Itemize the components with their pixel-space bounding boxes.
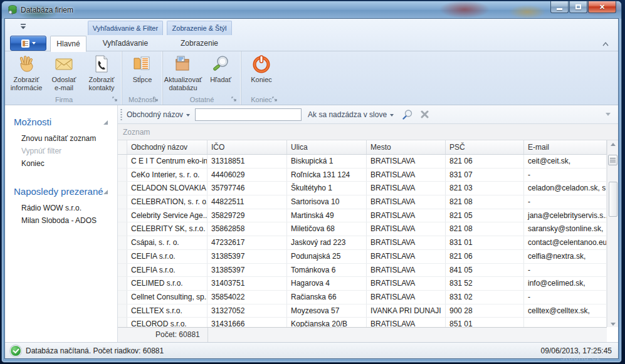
column-header[interactable]: Ulica bbox=[287, 140, 367, 154]
table-cell: 31318851 bbox=[207, 155, 287, 168]
dialog-launcher-icon[interactable] bbox=[112, 96, 118, 103]
row-indicator bbox=[118, 304, 127, 318]
table-row[interactable]: CELEBRITY SK, s.r.o.35862858Miletičova 6… bbox=[118, 222, 607, 236]
table-cell: IVANKA PRI DUNAJI bbox=[367, 304, 446, 318]
table-row[interactable]: Cellnet Consulting, sp...35854022Račians… bbox=[118, 291, 607, 304]
filter-field-dropdown[interactable]: Obchodný názov bbox=[127, 110, 190, 119]
client-area: Vyhľadávanie & Filter Zobrazenie & Štýl … bbox=[5, 19, 618, 358]
table-row[interactable]: C E I T Centrum eko-in...31318851Biskupi… bbox=[118, 155, 607, 169]
table-row[interactable]: CELLTEX s.r.o.31327052Moyzesova 57IVANKA… bbox=[118, 304, 607, 318]
table-row[interactable]: CELEBRATION, s. r. o.44822511Sartorisova… bbox=[118, 195, 607, 209]
column-header[interactable]: PSČ bbox=[446, 140, 524, 154]
send-email-label: Odoslať e-mail bbox=[52, 76, 76, 91]
maximize-button[interactable] bbox=[569, 1, 587, 13]
tab-zobrazenie[interactable]: Zobrazenie bbox=[167, 35, 232, 51]
table-cell: jana@celebrityservis.s... bbox=[524, 209, 607, 222]
application-menu-button[interactable] bbox=[10, 36, 46, 51]
collapse-ribbon-button[interactable] bbox=[601, 39, 611, 48]
section-collapse-icon[interactable] bbox=[103, 189, 108, 195]
title-bar[interactable]: Databáza firiem ✕ bbox=[2, 1, 621, 19]
table-row[interactable]: CELFIA s.r.o.31385397Podunajská 25BRATIS… bbox=[118, 250, 607, 264]
section-collapse-icon[interactable] bbox=[103, 120, 108, 125]
table-cell: Podunajská 25 bbox=[287, 250, 367, 263]
qat-dropdown-icon bbox=[20, 24, 26, 29]
application-menu-icon bbox=[21, 39, 29, 48]
filter-text-input[interactable] bbox=[195, 108, 302, 121]
table-cell: 900 28 bbox=[446, 304, 524, 318]
grid-body: C E I T Centrum eko-in...31318851Biskupi… bbox=[118, 155, 607, 327]
table-row[interactable]: CeKo Interier, s. r. o.44406029Roľnícka … bbox=[118, 169, 607, 182]
table-cell: 31385397 bbox=[207, 264, 287, 277]
column-header[interactable]: E-mail bbox=[524, 140, 607, 154]
scroll-up-icon[interactable] bbox=[611, 143, 616, 146]
sidebar-item[interactable]: Znovu načítať zoznam bbox=[5, 132, 117, 145]
tab-vyhladavanie[interactable]: Vyhľadávanie bbox=[88, 35, 163, 51]
table-row[interactable]: CELOROD s.r.o.31431666Kopčianska 20/BBRA… bbox=[118, 318, 607, 327]
table-cell: celfia@nextra.sk, bbox=[524, 250, 607, 263]
database-app-icon bbox=[8, 5, 18, 15]
show-contacts-button[interactable]: Zobraziť kontakty bbox=[83, 53, 120, 91]
table-cell: Račianska 66 bbox=[287, 291, 367, 304]
column-header[interactable]: Mesto bbox=[367, 140, 446, 154]
table-cell: CELFIA s.r.o. bbox=[127, 264, 207, 277]
scrollbar-thumb[interactable] bbox=[609, 182, 617, 217]
row-indicator bbox=[118, 291, 127, 304]
column-chooser-button[interactable] bbox=[608, 155, 617, 165]
table-cell: BRATISLAVA bbox=[367, 236, 446, 249]
send-email-button[interactable]: Odoslať e-mail bbox=[45, 53, 83, 91]
vertical-scrollbar[interactable] bbox=[607, 140, 618, 327]
table-cell: BRATISLAVA bbox=[367, 291, 446, 304]
quick-access-toolbar-button[interactable] bbox=[19, 23, 28, 30]
close-button[interactable]: ✕ bbox=[588, 1, 616, 13]
contacts-icon bbox=[92, 54, 112, 74]
toolbar-overflow-icon[interactable] bbox=[606, 113, 611, 116]
table-row[interactable]: CELADON SLOVAKIA s...35797746Škultétyho … bbox=[118, 182, 607, 195]
close-icon: ✕ bbox=[599, 3, 605, 11]
table-cell: 821 06 bbox=[446, 155, 524, 168]
table-cell: saransky@stonline.sk, bbox=[524, 222, 607, 236]
row-indicator bbox=[118, 318, 127, 327]
table-row[interactable]: Celebrity Service Age...35829729Martinsk… bbox=[118, 209, 607, 223]
scroll-down-icon[interactable] bbox=[611, 323, 616, 326]
update-database-button[interactable]: Aktualizovať databázu bbox=[164, 53, 202, 91]
exit-button[interactable]: Koniec bbox=[243, 53, 280, 84]
dialog-launcher-icon[interactable] bbox=[231, 96, 238, 103]
dialog-launcher-icon[interactable] bbox=[153, 96, 159, 103]
table-row[interactable]: Csápai, s. r. o.47232617Jaskový rad 223B… bbox=[118, 236, 607, 250]
clear-filter-button[interactable] bbox=[421, 110, 429, 118]
columns-label: Stĺpce bbox=[133, 76, 152, 84]
filter-condition-label: Ak sa nadzádza v slove bbox=[308, 110, 387, 119]
email-icon bbox=[54, 54, 74, 74]
columns-button[interactable]: Stĺpce bbox=[123, 53, 161, 84]
sidebar-item[interactable]: Koniec bbox=[5, 157, 117, 170]
table-cell: 821 08 bbox=[446, 222, 524, 236]
filter-condition-dropdown[interactable]: Ak sa nadzádza v slove bbox=[308, 110, 394, 119]
dialog-launcher-icon[interactable] bbox=[272, 96, 278, 103]
table-cell: Roľnícka 131 124 bbox=[287, 169, 367, 182]
ribbon-group-koniec: Koniec Koniec bbox=[241, 51, 281, 105]
apply-filter-button[interactable] bbox=[402, 110, 413, 120]
column-header[interactable]: IČO bbox=[207, 140, 287, 154]
minimize-button[interactable] bbox=[550, 1, 569, 13]
find-label: Hľadať bbox=[210, 76, 231, 84]
table-cell: Biskupická 1 bbox=[287, 155, 367, 168]
table-cell: 821 08 bbox=[446, 195, 524, 209]
row-indicator bbox=[118, 222, 127, 236]
exit-label: Koniec bbox=[251, 76, 272, 84]
table-cell: 35854022 bbox=[207, 291, 287, 304]
show-info-button[interactable]: Zobraziť informácie bbox=[8, 53, 45, 91]
search-icon bbox=[211, 54, 231, 74]
table-cell: info@celimed.sk, bbox=[524, 277, 607, 290]
sidebar-header-moznosti[interactable]: Možnosti bbox=[5, 115, 117, 132]
sidebar-item[interactable]: Milan Sloboda - ADOS bbox=[5, 214, 117, 227]
table-cell: BRATISLAVA bbox=[367, 318, 446, 327]
tab-hlavne[interactable]: Hlavné bbox=[50, 36, 87, 52]
sidebar-header-naposledy[interactable]: Naposledy prezerané bbox=[5, 185, 117, 202]
toolbar-drag-handle[interactable] bbox=[120, 109, 123, 120]
contextual-group-view-style: Zobrazenie & Štýl bbox=[167, 21, 232, 35]
sidebar-item[interactable]: Rádio WOW s.r.o. bbox=[5, 202, 117, 214]
find-button[interactable]: Hľadať bbox=[202, 53, 239, 84]
table-row[interactable]: CELIMED s.r.o.31403751Hagarova 4BRATISLA… bbox=[118, 277, 607, 291]
column-header[interactable]: Obchodný názov bbox=[127, 140, 207, 154]
table-row[interactable]: CELFIA s.r.o.31385397Tománkova 6BRATISLA… bbox=[118, 264, 607, 278]
